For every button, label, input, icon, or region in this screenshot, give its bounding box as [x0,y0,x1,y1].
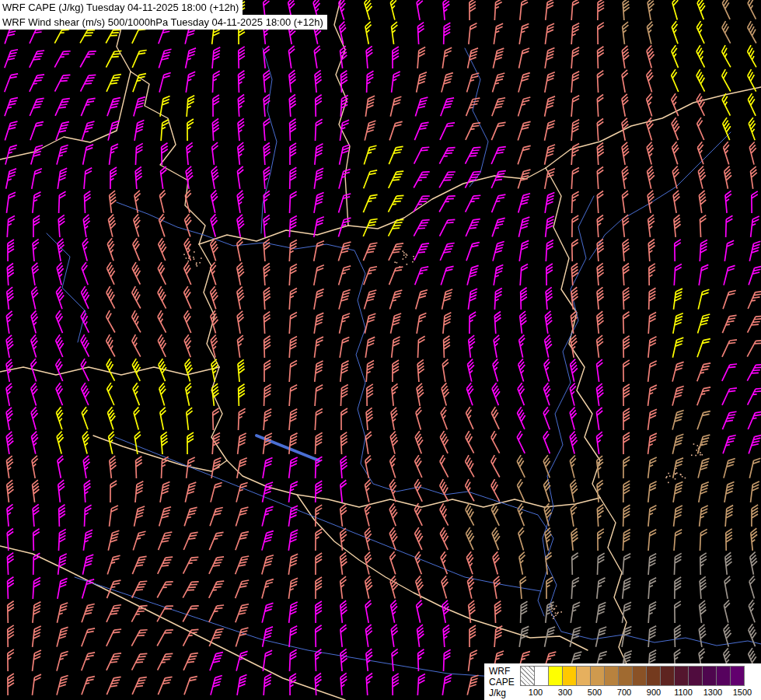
legend-caption: WRF CAPE J/kg [489,666,517,698]
map-titles: WRF CAPE (J/kg) Tuesday 04-11-2025 18:00… [0,0,327,30]
legend-tick-label: 1100 [668,687,698,698]
legend-color-swatch [604,666,619,686]
weather-map: WRF CAPE (J/kg) Tuesday 04-11-2025 18:00… [0,0,761,700]
legend-unit-label: J/kg [489,688,517,698]
wind-barb-map-canvas [0,0,761,700]
legend-tick-label: 300 [550,687,580,698]
legend-parameter-label: CAPE [489,677,517,688]
legend-tick-label: 100 [521,687,550,698]
legend-color-swatch [562,666,577,686]
legend-tick-label: 1500 [728,687,757,698]
legend-color-bar [521,666,757,686]
legend-color-swatch [660,666,675,686]
map-title-windshear: WRF Wind shear (m/s) 500/1000hPa Tuesday… [0,15,327,30]
legend-color-swatch [646,666,661,686]
legend-color-swatch [520,666,535,686]
legend-tick-label: 1300 [698,687,728,698]
legend-color-swatch [702,666,717,686]
legend-color-swatch [590,666,605,686]
legend-color-swatch [548,666,563,686]
legend-tick-labels: 100300500700900110013001500 [521,687,757,698]
cape-legend: WRF CAPE J/kg 10030050070090011001300150… [484,663,761,700]
legend-color-swatch [576,666,591,686]
legend-color-swatch [730,666,745,686]
legend-color-swatch [716,666,731,686]
legend-color-swatch [632,666,647,686]
legend-color-swatch [674,666,689,686]
legend-color-swatch [618,666,633,686]
legend-tick-label: 700 [609,687,639,698]
legend-model-label: WRF [489,666,517,677]
legend-tick-label: 900 [639,687,668,698]
legend-scale: 100300500700900110013001500 [521,666,757,698]
legend-color-swatch [534,666,549,686]
map-title-cape: WRF CAPE (J/kg) Tuesday 04-11-2025 18:00… [0,0,243,15]
legend-tick-label: 500 [580,687,609,698]
legend-color-swatch [688,666,703,686]
